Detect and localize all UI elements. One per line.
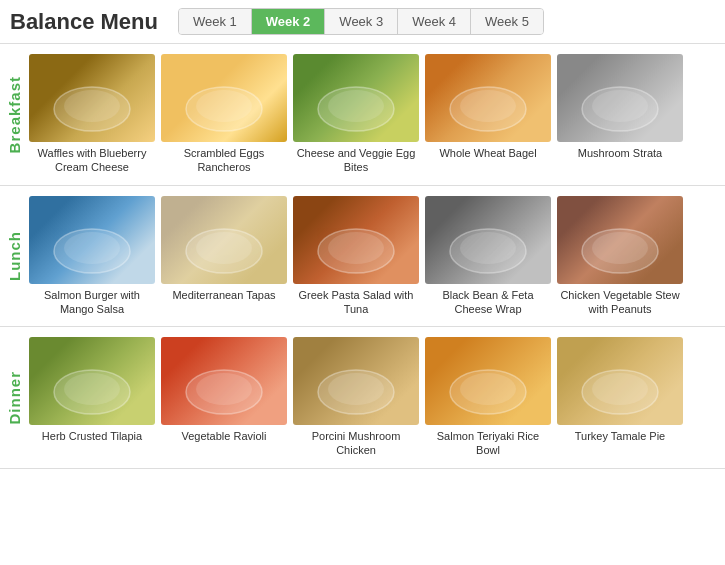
meal-item[interactable]: Whole Wheat Bagel: [424, 54, 552, 175]
meal-plate-icon: [161, 54, 287, 142]
meal-item[interactable]: Chicken Vegetable Stew with Peanuts: [556, 196, 684, 317]
meal-plate-icon: [161, 337, 287, 425]
meal-image: [293, 337, 419, 425]
week-tab-1[interactable]: Week 1: [179, 9, 252, 34]
meal-item[interactable]: Cheese and Veggie Egg Bites: [292, 54, 420, 175]
meal-image: [29, 337, 155, 425]
meal-image: [557, 196, 683, 284]
svg-point-1: [64, 90, 120, 122]
meal-name: Turkey Tamale Pie: [573, 429, 667, 443]
svg-point-23: [196, 373, 252, 405]
meal-image: [161, 337, 287, 425]
meal-name: Black Bean & Feta Cheese Wrap: [424, 288, 552, 317]
meal-item[interactable]: Porcini Mushroom Chicken: [292, 337, 420, 458]
svg-point-25: [328, 373, 384, 405]
meal-image: [557, 54, 683, 142]
meal-name: Salmon Teriyaki Rice Bowl: [424, 429, 552, 458]
meal-plate-icon: [293, 54, 419, 142]
meal-name: Mushroom Strata: [576, 146, 664, 160]
page-title: Balance Menu: [10, 9, 158, 35]
meal-item[interactable]: Salmon Burger with Mango Salsa: [28, 196, 156, 317]
meal-item[interactable]: Herb Crusted Tilapia: [28, 337, 156, 458]
svg-point-27: [460, 373, 516, 405]
page-header: Balance Menu Week 1 Week 2 Week 3 Week 4…: [0, 0, 725, 44]
meal-name: Vegetable Ravioli: [179, 429, 268, 443]
meal-plate-icon: [557, 196, 683, 284]
meal-name: Greek Pasta Salad with Tuna: [292, 288, 420, 317]
meal-grid-lunch: Salmon Burger with Mango Salsa Mediterra…: [28, 196, 725, 317]
meal-name: Waffles with Blueberry Cream Cheese: [28, 146, 156, 175]
meal-plate-icon: [557, 54, 683, 142]
meal-item[interactable]: Vegetable Ravioli: [160, 337, 288, 458]
meal-item[interactable]: Turkey Tamale Pie: [556, 337, 684, 458]
meal-item[interactable]: Scrambled Eggs Rancheros: [160, 54, 288, 175]
week-tabs: Week 1 Week 2 Week 3 Week 4 Week 5: [178, 8, 544, 35]
svg-point-7: [460, 90, 516, 122]
week-tab-5[interactable]: Week 5: [471, 9, 543, 34]
meal-grid-dinner: Herb Crusted Tilapia Vegetable Ravioli P…: [28, 337, 725, 458]
sections-container: Breakfast Waffles with Blueberry Cream C…: [0, 44, 725, 469]
meal-image: [29, 54, 155, 142]
svg-point-5: [328, 90, 384, 122]
meal-item[interactable]: Mediterranean Tapas: [160, 196, 288, 317]
meal-name: Scrambled Eggs Rancheros: [160, 146, 288, 175]
svg-point-13: [196, 232, 252, 264]
week-tab-4[interactable]: Week 4: [398, 9, 471, 34]
meal-image: [293, 196, 419, 284]
meal-image: [557, 337, 683, 425]
meal-image: [425, 54, 551, 142]
meal-plate-icon: [425, 196, 551, 284]
meal-plate-icon: [425, 54, 551, 142]
svg-point-29: [592, 373, 648, 405]
meal-plate-icon: [425, 337, 551, 425]
meal-grid-breakfast: Waffles with Blueberry Cream Cheese Scra…: [28, 54, 725, 175]
meal-name: Cheese and Veggie Egg Bites: [292, 146, 420, 175]
meal-plate-icon: [293, 337, 419, 425]
meal-item[interactable]: Greek Pasta Salad with Tuna: [292, 196, 420, 317]
svg-point-9: [592, 90, 648, 122]
svg-point-3: [196, 90, 252, 122]
meal-name: Mediterranean Tapas: [170, 288, 277, 302]
meal-plate-icon: [29, 54, 155, 142]
meal-name: Chicken Vegetable Stew with Peanuts: [556, 288, 684, 317]
meal-image: [161, 54, 287, 142]
week-tab-3[interactable]: Week 3: [325, 9, 398, 34]
section-label-lunch: Lunch: [6, 231, 23, 281]
meal-plate-icon: [161, 196, 287, 284]
meal-plate-icon: [29, 337, 155, 425]
svg-point-11: [64, 232, 120, 264]
meal-name: Herb Crusted Tilapia: [40, 429, 144, 443]
meal-item[interactable]: Mushroom Strata: [556, 54, 684, 175]
svg-point-19: [592, 232, 648, 264]
section-row-dinner: Dinner Herb Crusted Tilapia Vegetable Ra…: [0, 327, 725, 469]
svg-point-17: [460, 232, 516, 264]
section-label-dinner: Dinner: [6, 371, 23, 425]
meal-name: Whole Wheat Bagel: [437, 146, 538, 160]
section-row-lunch: Lunch Salmon Burger with Mango Salsa Med…: [0, 186, 725, 328]
svg-point-21: [64, 373, 120, 405]
meal-item[interactable]: Black Bean & Feta Cheese Wrap: [424, 196, 552, 317]
meal-item[interactable]: Salmon Teriyaki Rice Bowl: [424, 337, 552, 458]
section-row-breakfast: Breakfast Waffles with Blueberry Cream C…: [0, 44, 725, 186]
meal-image: [293, 54, 419, 142]
meal-name: Salmon Burger with Mango Salsa: [28, 288, 156, 317]
svg-point-15: [328, 232, 384, 264]
meal-image: [425, 337, 551, 425]
meal-image: [425, 196, 551, 284]
section-label-breakfast: Breakfast: [6, 76, 23, 153]
meal-name: Porcini Mushroom Chicken: [292, 429, 420, 458]
week-tab-2[interactable]: Week 2: [252, 9, 326, 34]
meal-image: [161, 196, 287, 284]
meal-plate-icon: [293, 196, 419, 284]
meal-item[interactable]: Waffles with Blueberry Cream Cheese: [28, 54, 156, 175]
meal-plate-icon: [557, 337, 683, 425]
meal-image: [29, 196, 155, 284]
meal-plate-icon: [29, 196, 155, 284]
